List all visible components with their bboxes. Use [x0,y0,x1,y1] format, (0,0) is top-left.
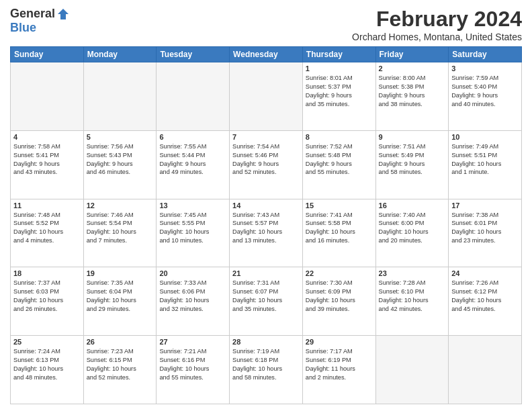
calendar-cell: 26Sunrise: 7:23 AM Sunset: 6:15 PM Dayli… [83,336,157,404]
svg-marker-0 [58,9,69,19]
day-number: 18 [13,269,81,277]
day-number: 2 [379,64,446,73]
day-number: 21 [232,269,300,277]
calendar-cell [11,62,84,131]
day-number: 7 [232,133,300,141]
day-number: 3 [451,64,519,73]
day-number: 28 [232,338,300,346]
calendar-cell: 6Sunrise: 7:55 AM Sunset: 5:44 PM Daylig… [157,130,230,199]
day-number: 5 [87,133,154,141]
calendar-cell [157,62,230,131]
calendar-cell: 22Sunrise: 7:30 AM Sunset: 6:09 PM Dayli… [302,267,375,336]
day-number: 24 [451,269,519,277]
day-number: 17 [451,201,519,210]
calendar-cell: 21Sunrise: 7:31 AM Sunset: 6:07 PM Dayli… [230,267,303,336]
day-number: 27 [159,338,226,346]
day-info: Sunrise: 7:33 AM Sunset: 6:06 PM Dayligh… [159,279,226,314]
calendar-table: Sunday Monday Tuesday Wednesday Thursday… [10,46,522,404]
header-thursday: Thursday [302,47,375,62]
day-info: Sunrise: 7:52 AM Sunset: 5:48 PM Dayligh… [306,142,373,177]
day-info: Sunrise: 7:24 AM Sunset: 6:13 PM Dayligh… [13,347,81,382]
day-number: 8 [306,133,373,141]
logo-general-text: General [10,7,55,21]
day-number: 14 [232,201,300,210]
calendar-cell: 2Sunrise: 8:00 AM Sunset: 5:38 PM Daylig… [375,62,449,131]
week-row-3: 18Sunrise: 7:37 AM Sunset: 6:03 PM Dayli… [11,267,522,336]
day-info: Sunrise: 7:43 AM Sunset: 5:57 PM Dayligh… [232,211,300,246]
calendar-cell: 8Sunrise: 7:52 AM Sunset: 5:48 PM Daylig… [302,130,375,199]
calendar-cell: 14Sunrise: 7:43 AM Sunset: 5:57 PM Dayli… [230,199,303,267]
day-info: Sunrise: 7:17 AM Sunset: 6:19 PM Dayligh… [306,347,373,382]
day-info: Sunrise: 7:35 AM Sunset: 6:04 PM Dayligh… [87,279,154,314]
weekday-header-row: Sunday Monday Tuesday Wednesday Thursday… [11,47,522,62]
day-number: 16 [379,201,446,210]
calendar-cell: 15Sunrise: 7:41 AM Sunset: 5:58 PM Dayli… [302,199,375,267]
day-number: 19 [87,269,154,277]
week-row-0: 1Sunrise: 8:01 AM Sunset: 5:37 PM Daylig… [11,62,522,131]
calendar-cell: 1Sunrise: 8:01 AM Sunset: 5:37 PM Daylig… [302,62,375,131]
day-info: Sunrise: 7:56 AM Sunset: 5:43 PM Dayligh… [87,142,154,177]
day-number: 23 [379,269,446,277]
page: General Blue February 2024 Orchard Homes… [0,0,532,411]
calendar-cell: 28Sunrise: 7:19 AM Sunset: 6:18 PM Dayli… [230,336,303,404]
calendar-cell: 19Sunrise: 7:35 AM Sunset: 6:04 PM Dayli… [83,267,157,336]
calendar-cell: 11Sunrise: 7:48 AM Sunset: 5:52 PM Dayli… [11,199,84,267]
header: General Blue February 2024 Orchard Homes… [10,7,522,42]
logo: General Blue [10,7,70,35]
calendar-cell: 3Sunrise: 7:59 AM Sunset: 5:40 PM Daylig… [449,62,522,131]
day-info: Sunrise: 7:30 AM Sunset: 6:09 PM Dayligh… [306,279,373,314]
logo-blue-text: Blue [10,21,36,35]
day-number: 9 [379,133,446,141]
day-number: 15 [306,201,373,210]
month-title: February 2024 [352,7,522,32]
week-row-4: 25Sunrise: 7:24 AM Sunset: 6:13 PM Dayli… [11,336,522,404]
calendar-cell: 18Sunrise: 7:37 AM Sunset: 6:03 PM Dayli… [11,267,84,336]
calendar-cell [375,336,449,404]
day-info: Sunrise: 7:58 AM Sunset: 5:41 PM Dayligh… [13,142,81,177]
day-number: 10 [451,133,519,141]
calendar-cell: 4Sunrise: 7:58 AM Sunset: 5:41 PM Daylig… [11,130,84,199]
day-number: 13 [159,201,226,210]
day-number: 6 [159,133,226,141]
day-info: Sunrise: 7:45 AM Sunset: 5:55 PM Dayligh… [159,211,226,246]
day-info: Sunrise: 7:26 AM Sunset: 6:12 PM Dayligh… [451,279,519,314]
day-number: 20 [159,269,226,277]
day-number: 1 [306,64,373,73]
day-info: Sunrise: 7:54 AM Sunset: 5:46 PM Dayligh… [232,142,300,177]
calendar-cell: 24Sunrise: 7:26 AM Sunset: 6:12 PM Dayli… [449,267,522,336]
day-number: 26 [87,338,154,346]
day-number: 22 [306,269,373,277]
title-section: February 2024 Orchard Homes, Montana, Un… [352,7,522,42]
day-info: Sunrise: 7:49 AM Sunset: 5:51 PM Dayligh… [451,142,519,177]
logo-icon [56,7,70,21]
day-info: Sunrise: 7:41 AM Sunset: 5:58 PM Dayligh… [306,211,373,246]
day-info: Sunrise: 7:55 AM Sunset: 5:44 PM Dayligh… [159,142,226,177]
calendar-cell [449,336,522,404]
calendar-cell [230,62,303,131]
day-number: 11 [13,201,81,210]
day-info: Sunrise: 7:19 AM Sunset: 6:18 PM Dayligh… [232,347,300,382]
calendar-cell: 12Sunrise: 7:46 AM Sunset: 5:54 PM Dayli… [83,199,157,267]
calendar-cell: 7Sunrise: 7:54 AM Sunset: 5:46 PM Daylig… [230,130,303,199]
day-info: Sunrise: 7:31 AM Sunset: 6:07 PM Dayligh… [232,279,300,314]
day-number: 12 [87,201,154,210]
day-info: Sunrise: 7:38 AM Sunset: 6:01 PM Dayligh… [451,211,519,246]
calendar-cell: 17Sunrise: 7:38 AM Sunset: 6:01 PM Dayli… [449,199,522,267]
calendar-cell: 27Sunrise: 7:21 AM Sunset: 6:16 PM Dayli… [157,336,230,404]
day-info: Sunrise: 8:00 AM Sunset: 5:38 PM Dayligh… [379,74,446,109]
header-sunday: Sunday [11,47,84,62]
day-info: Sunrise: 7:48 AM Sunset: 5:52 PM Dayligh… [13,211,81,246]
day-info: Sunrise: 7:40 AM Sunset: 6:00 PM Dayligh… [379,211,446,246]
calendar-cell [83,62,157,131]
week-row-1: 4Sunrise: 7:58 AM Sunset: 5:41 PM Daylig… [11,130,522,199]
calendar-cell: 25Sunrise: 7:24 AM Sunset: 6:13 PM Dayli… [11,336,84,404]
header-monday: Monday [83,47,157,62]
day-number: 29 [306,338,373,346]
day-number: 25 [13,338,81,346]
calendar-cell: 9Sunrise: 7:51 AM Sunset: 5:49 PM Daylig… [375,130,449,199]
calendar-cell: 10Sunrise: 7:49 AM Sunset: 5:51 PM Dayli… [449,130,522,199]
calendar-cell: 23Sunrise: 7:28 AM Sunset: 6:10 PM Dayli… [375,267,449,336]
calendar-cell: 29Sunrise: 7:17 AM Sunset: 6:19 PM Dayli… [302,336,375,404]
day-info: Sunrise: 7:37 AM Sunset: 6:03 PM Dayligh… [13,279,81,314]
location-title: Orchard Homes, Montana, United States [352,32,522,42]
